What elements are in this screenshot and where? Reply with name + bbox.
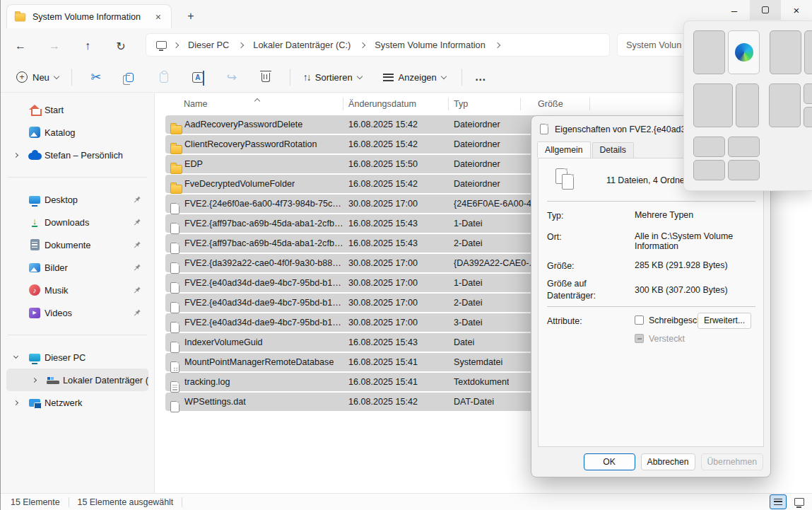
table-row[interactable]: FVE2.{24e6f0ae-6a00-4f73-984b-75ce9942..… <box>165 195 586 213</box>
breadcrumb-lokaler-datentraeger[interactable]: Lokaler Datenträger (C:) <box>250 38 353 52</box>
snap-zone[interactable] <box>736 83 759 127</box>
snap-zone[interactable] <box>770 30 801 74</box>
tab-close-icon[interactable]: × <box>153 11 164 23</box>
apply-button[interactable]: Übernehmen <box>701 453 763 470</box>
table-row[interactable]: FVE2.{e40ad34d-dae9-4bc7-95bd-b16218...3… <box>165 294 586 312</box>
snap-layout-split-50-50-alt[interactable] <box>770 30 812 74</box>
column-header-date[interactable]: Änderungsdatum <box>348 99 416 109</box>
large-icons-view-button[interactable] <box>791 494 808 509</box>
log-file-icon <box>170 381 180 393</box>
new-button[interactable]: + Neu <box>11 67 64 87</box>
folder-icon <box>170 185 182 194</box>
sidebar-item-musik[interactable]: ♪ Musik <box>6 279 148 301</box>
sidebar-item-katalog[interactable]: Katalog <box>6 121 148 144</box>
folder-icon <box>15 13 25 22</box>
hidden-row: Versteckt <box>635 334 755 344</box>
table-row[interactable]: IndexerVolumeGuid16.08.2025 15:43Datei <box>165 333 586 352</box>
cut-button[interactable]: ✂ <box>86 66 107 88</box>
tab-details[interactable]: Details <box>592 142 634 158</box>
table-row[interactable]: FVE2.{aff97bac-a69b-45da-aba1-2cfbce4...… <box>165 214 586 233</box>
sidebar-item-dokumente[interactable]: Dokumente <box>6 233 148 256</box>
minimize-button[interactable]: – <box>719 0 750 20</box>
snap-zone[interactable] <box>693 30 725 74</box>
snap-zone[interactable] <box>728 160 760 180</box>
sidebar-item-netzwerk[interactable]: Netzwerk <box>6 391 148 414</box>
snap-zone[interactable] <box>804 30 812 74</box>
sidebar-item-label: Lokaler Datenträger (C:) <box>63 375 148 386</box>
snap-layout-split-50-50[interactable] <box>693 30 760 74</box>
snap-zone[interactable] <box>804 83 812 104</box>
copy-button[interactable] <box>119 66 141 88</box>
sidebar-item-label: Netzwerk <box>45 398 148 408</box>
tab-allgemein[interactable]: Allgemein <box>537 141 591 158</box>
sidebar-separator <box>8 177 147 178</box>
snap-zone[interactable] <box>693 160 725 180</box>
rename-button[interactable]: A <box>187 66 208 88</box>
up-button[interactable]: ↑ <box>77 37 98 55</box>
snap-zone[interactable] <box>693 137 725 157</box>
sidebar-item-dieser-pc[interactable]: Dieser PC <box>6 346 148 369</box>
pictures-icon <box>29 263 40 272</box>
sidebar-item-onedrive[interactable]: Stefan – Persönlich <box>6 144 148 166</box>
details-view-button[interactable] <box>770 494 787 509</box>
table-row[interactable]: AadRecoveryPasswordDelete16.08.2025 15:4… <box>165 115 586 134</box>
hidden-checkbox[interactable] <box>635 334 644 343</box>
breadcrumb-dieser-pc[interactable]: Dieser PC <box>185 38 232 52</box>
table-row[interactable]: FVE2.{aff97bac-a69b-45da-aba1-2cfbce4...… <box>165 234 586 253</box>
new-button-label: Neu <box>33 72 49 83</box>
sort-button[interactable]: ↑↓ Sortieren <box>298 67 367 87</box>
snap-zone-hovered[interactable] <box>728 30 760 74</box>
trash-icon <box>261 73 270 82</box>
explorer-tab[interactable]: System Volume Information × <box>6 4 172 28</box>
view-button[interactable]: Anzeigen <box>377 68 452 87</box>
snap-layouts-flyout <box>683 21 812 191</box>
breadcrumb-system-volume-information[interactable]: System Volume Information <box>372 38 488 52</box>
table-row[interactable]: MountPointManagerRemoteDatabase16.08.202… <box>165 353 586 371</box>
snap-layout-left-plus-stacked[interactable] <box>769 83 812 127</box>
ok-button[interactable]: OK <box>584 453 635 470</box>
snap-zone[interactable] <box>804 107 812 127</box>
pin-icon <box>133 263 141 272</box>
file-icon <box>170 302 180 313</box>
table-row[interactable]: FveDecryptedVolumeFolder16.08.2025 15:42… <box>165 175 586 193</box>
refresh-button[interactable]: ↻ <box>110 37 131 55</box>
table-row[interactable]: FVE2.{e40ad34d-dae9-4bc7-95bd-b16218...3… <box>165 313 586 332</box>
snap-layout-quad[interactable] <box>693 137 760 180</box>
snap-zone[interactable] <box>728 137 760 157</box>
advanced-button[interactable]: Erweitert... <box>698 313 751 329</box>
table-row[interactable]: EDP16.08.2025 15:50Dateiordner <box>165 155 586 173</box>
forward-button[interactable]: → <box>44 37 65 55</box>
sidebar-item-bilder[interactable]: Bilder <box>6 256 148 279</box>
chevron-down-icon <box>441 73 447 79</box>
edge-icon <box>735 43 753 62</box>
address-bar[interactable]: Dieser PC Lokaler Datenträger (C:) Syste… <box>146 33 610 57</box>
sidebar-item-videos[interactable]: ▶ Videos <box>6 301 148 324</box>
snap-zone[interactable] <box>769 83 801 127</box>
share-button[interactable]: ↪ <box>221 66 242 88</box>
table-row[interactable]: FVE2.{da392a22-cae0-4f0f-9a30-b883038...… <box>165 254 586 272</box>
sidebar-item-lokaler-datentraeger[interactable]: Lokaler Datenträger (C:) <box>6 369 148 391</box>
table-row[interactable]: ClientRecoveryPasswordRotation16.08.2025… <box>165 135 586 153</box>
column-header-type[interactable]: Typ <box>454 99 468 109</box>
snap-zone[interactable] <box>693 83 733 127</box>
table-row[interactable]: tracking.log16.08.2025 15:41Textdokument <box>165 373 586 391</box>
back-button[interactable]: ← <box>10 37 31 55</box>
table-row[interactable]: WPSettings.dat16.08.2025 15:42DAT-Datei <box>165 393 586 411</box>
table-row[interactable]: FVE2.{e40ad34d-dae9-4bc7-95bd-b16218...3… <box>165 274 586 292</box>
sidebar-item-start[interactable]: Start <box>6 98 148 121</box>
column-header-size[interactable]: Größe <box>538 99 563 109</box>
column-header-name[interactable]: Name <box>184 99 208 109</box>
delete-button[interactable] <box>255 66 276 88</box>
maximize-button[interactable] <box>750 0 781 20</box>
snap-layout-split-70-30[interactable] <box>693 83 759 127</box>
onedrive-cloud-icon <box>28 153 42 160</box>
readonly-checkbox[interactable] <box>635 315 644 325</box>
paste-button[interactable] <box>153 66 175 88</box>
cancel-button[interactable]: Abbrechen <box>641 453 695 470</box>
new-tab-button[interactable]: + <box>183 8 199 24</box>
file-icon <box>170 262 180 274</box>
sidebar-item-downloads[interactable]: ↓ Downloads <box>6 211 148 233</box>
more-options-button[interactable]: … <box>469 66 493 88</box>
close-button[interactable]: × <box>781 0 812 20</box>
sidebar-item-desktop[interactable]: Desktop <box>6 188 148 211</box>
